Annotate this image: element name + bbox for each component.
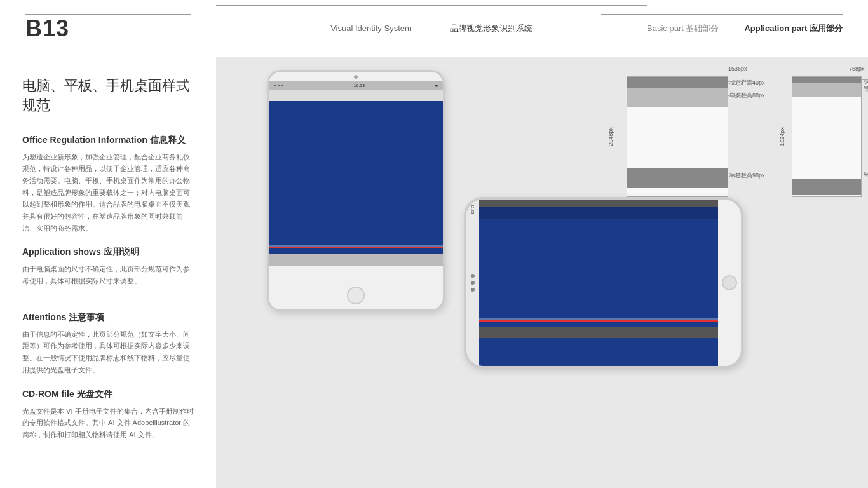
main-content: 电脑、平板、手机桌面样式规范 Office Regulation Informa… xyxy=(0,57,868,488)
vis-title-en: Visual Identity System xyxy=(330,24,412,33)
ipad-nav-bar-visual xyxy=(627,88,728,107)
ipad-box xyxy=(627,76,728,197)
ipad-content xyxy=(627,107,728,168)
phone-nav-label: 导航栏高44px xyxy=(864,85,868,93)
ipad-top-bar: 16:23 ■ xyxy=(269,81,443,90)
divider-1 xyxy=(22,299,98,299)
ipad-vertical-frame: 16:23 ■ xyxy=(267,70,445,311)
phone-tab-label: 标签栏高49px xyxy=(864,170,868,179)
ipad-time: 16:23 xyxy=(354,83,365,88)
phone-status-bar-visual xyxy=(792,77,861,83)
ipad-height-label: 2048px xyxy=(607,127,614,146)
basic-part-label: Basic part 基础部分 xyxy=(647,23,719,34)
header-right-line xyxy=(601,14,843,15)
phone-h-tab xyxy=(479,327,718,338)
left-panel: 电脑、平板、手机桌面样式规范 Office Regulation Informa… xyxy=(0,57,216,488)
office-heading: Office Regulation Information 信息释义 xyxy=(22,135,194,146)
ipad-status-bar-visual xyxy=(627,77,728,88)
ipad-vertical-device: 16:23 ■ xyxy=(267,70,445,311)
application-text: 由于电脑桌面的尺寸不确定性，此页部分规范可作为参考使用，具体可根据实际尺寸来调整… xyxy=(22,263,194,287)
phone-nav-bar-visual xyxy=(792,83,861,97)
ipad-white-line xyxy=(269,245,443,247)
phone-horizontal-frame: 16:23 xyxy=(464,197,743,369)
ipad-tab-label: 标签栏高98px xyxy=(729,172,765,180)
ipad-battery: ■ xyxy=(435,83,438,88)
phone-side-bar: 16:23 xyxy=(466,200,479,366)
main-section-title: 电脑、平板、手机桌面样式规范 xyxy=(22,76,194,116)
phone-white-line xyxy=(479,318,718,320)
ipad-status-label: 状态栏高40px xyxy=(729,79,765,87)
ipad-screen xyxy=(269,101,443,254)
side-dot-3 xyxy=(471,288,475,292)
phone-h-time: 16:23 xyxy=(471,204,475,214)
leader-status xyxy=(728,81,754,82)
ipad-tab-bar-visual xyxy=(627,168,728,188)
attentions-text: 由于信息的不确定性，此页部分规范（如文字大小、间距等）可作为参考使用，具体可根据… xyxy=(22,329,194,376)
phone-screen xyxy=(479,200,718,366)
header-center: Visual Identity System 品牌视觉形象识别系统 xyxy=(216,23,647,34)
phone-box xyxy=(792,76,862,197)
ipad-red-line xyxy=(269,247,443,248)
phone-leader-tab xyxy=(862,173,868,173)
phone-height-label: 1024px xyxy=(779,127,785,146)
phone-h-status xyxy=(479,200,718,207)
application-heading: Application shows 应用说明 xyxy=(22,247,194,258)
leader-nav xyxy=(728,95,754,96)
phone-h-content xyxy=(479,219,718,327)
phone-width-label: 768px xyxy=(849,65,865,72)
ipad-dots xyxy=(274,85,283,86)
header-left: B13 xyxy=(25,15,216,42)
office-text: 为塑造企业新形象，加强企业管理，配合企业商务礼仪规范，特设计各种用品，以便于企业… xyxy=(22,151,194,234)
side-dot-2 xyxy=(471,281,475,285)
header-top-line xyxy=(25,14,191,15)
phone-tab-bar-visual xyxy=(792,179,861,195)
leader-tab xyxy=(728,175,754,175)
header-right: Basic part 基础部分 Application part 应用部分 xyxy=(647,23,843,34)
phone-leader-status xyxy=(862,79,868,80)
app-part-label: Application part 应用部分 xyxy=(744,23,843,34)
header-center-line xyxy=(216,5,647,6)
cdrom-text: 光盘文件是本 VI 手册电子文件的集合，内含手册制作时的专用软件格式文件。其中 … xyxy=(22,405,194,441)
cdrom-heading: CD-ROM file 光盘文件 xyxy=(22,389,194,400)
ipad-home-button xyxy=(347,287,365,304)
phone-home-button xyxy=(722,275,737,290)
side-dot-1 xyxy=(471,274,475,278)
ipad-camera xyxy=(354,75,358,79)
ipad-nav-bar xyxy=(269,90,443,101)
right-panel: 1536px 2048px 状态栏高40px 导航栏高88px xyxy=(216,57,868,488)
vis-title-cn: 品牌视觉形象识别系统 xyxy=(450,23,532,34)
width-arrow-line xyxy=(627,69,735,69)
phone-red-line xyxy=(479,320,718,322)
header: B13 Visual Identity System 品牌视觉形象识别系统 Ba… xyxy=(0,0,868,57)
ipad-tab-bar xyxy=(269,254,443,266)
phone-h-nav xyxy=(479,207,718,219)
ipad-width-label: 1536px xyxy=(728,65,747,72)
page-code: B13 xyxy=(25,15,216,42)
attentions-heading: Attentions 注意事项 xyxy=(22,312,194,323)
phone-leader-nav xyxy=(862,88,868,88)
phone-content xyxy=(792,97,861,179)
phone-horizontal-device: 16:23 xyxy=(464,197,743,369)
